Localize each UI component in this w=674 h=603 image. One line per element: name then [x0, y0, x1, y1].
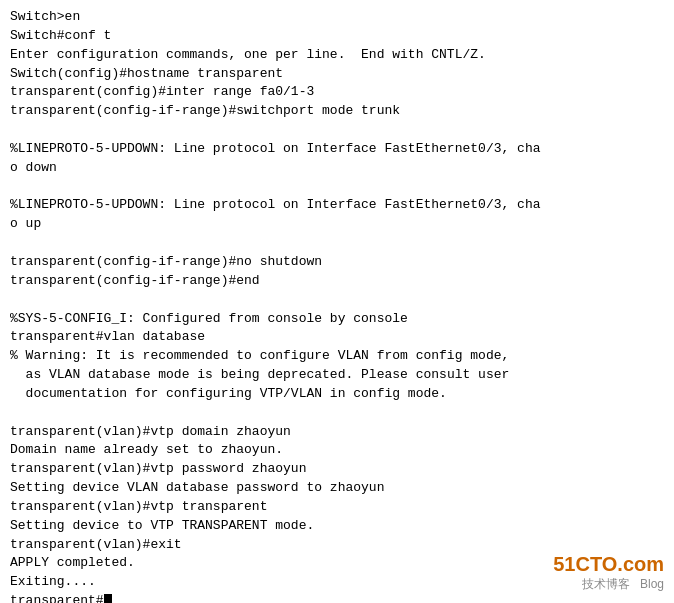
terminal-line: transparent(vlan)#vtp transparent [10, 498, 664, 517]
terminal-line: transparent# [10, 592, 664, 603]
terminal-line: %LINEPROTO-5-UPDOWN: Line protocol on In… [10, 196, 664, 215]
terminal-line [10, 291, 664, 310]
terminal-line: % Warning: It is recommended to configur… [10, 347, 664, 366]
terminal-window: Switch>enSwitch#conf tEnter configuratio… [0, 0, 674, 603]
terminal-line: transparent(vlan)#vtp domain zhaoyun [10, 423, 664, 442]
terminal-line: Setting device to VTP TRANSPARENT mode. [10, 517, 664, 536]
watermark-brand: 51CTO.com [553, 553, 664, 576]
terminal-line: Switch#conf t [10, 27, 664, 46]
terminal-line: transparent(config-if-range)#end [10, 272, 664, 291]
terminal-cursor [104, 594, 112, 603]
terminal-line [10, 121, 664, 140]
terminal-line: Domain name already set to zhaoyun. [10, 441, 664, 460]
terminal-line: %SYS-5-CONFIG_I: Configured from console… [10, 310, 664, 329]
terminal-line: transparent(config)#inter range fa0/1-3 [10, 83, 664, 102]
terminal-line [10, 178, 664, 197]
terminal-line: Enter configuration commands, one per li… [10, 46, 664, 65]
terminal-line [10, 404, 664, 423]
terminal-line: as VLAN database mode is being deprecate… [10, 366, 664, 385]
terminal-line: transparent(vlan)#exit [10, 536, 664, 555]
watermark: 51CTO.com 技术博客 Blog [553, 553, 664, 593]
terminal-line: transparent(config-if-range)#switchport … [10, 102, 664, 121]
terminal-line: o up [10, 215, 664, 234]
terminal-line: Switch(config)#hostname transparent [10, 65, 664, 84]
terminal-line [10, 234, 664, 253]
terminal-line: Setting device VLAN database password to… [10, 479, 664, 498]
terminal-line: transparent(vlan)#vtp password zhaoyun [10, 460, 664, 479]
terminal-line: transparent#vlan database [10, 328, 664, 347]
terminal-line: documentation for configuring VTP/VLAN i… [10, 385, 664, 404]
terminal-output: Switch>enSwitch#conf tEnter configuratio… [10, 8, 664, 603]
watermark-subtitle: 技术博客 Blog [553, 576, 664, 593]
terminal-line: transparent(config-if-range)#no shutdown [10, 253, 664, 272]
terminal-line: Switch>en [10, 8, 664, 27]
terminal-line: %LINEPROTO-5-UPDOWN: Line protocol on In… [10, 140, 664, 159]
terminal-line: o down [10, 159, 664, 178]
